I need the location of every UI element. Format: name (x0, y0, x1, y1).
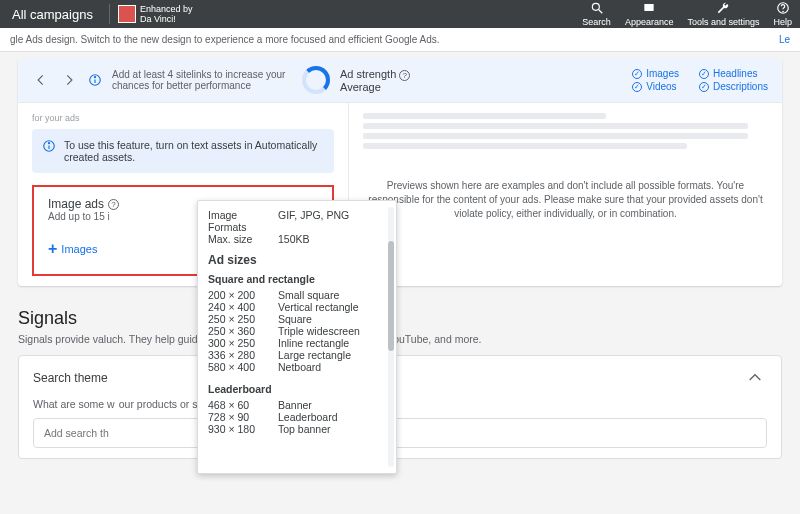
check-headlines: ✓Headlines (699, 68, 768, 79)
check-images: ✓Images (632, 68, 679, 79)
ad-strength-donut (302, 66, 330, 94)
size-row: 728 × 90Leaderboard (208, 411, 386, 423)
chevron-left-icon (34, 73, 48, 87)
ad-strength-row: Add at least 4 sitelinks to increase you… (18, 58, 782, 102)
banner-link[interactable]: Le (779, 34, 790, 45)
search-themes-input[interactable] (33, 418, 767, 448)
size-dim: 930 × 180 (208, 423, 278, 435)
help-icon[interactable]: ? (108, 199, 119, 210)
formats-value: GIF, JPG, PNG (278, 209, 386, 233)
size-row: 300 × 250Inline rectangle (208, 337, 386, 349)
strength-checks: ✓Images ✓Headlines ✓Videos ✓Descriptions (632, 68, 768, 92)
size-name: Leaderboard (278, 411, 386, 423)
top-bar: All campaigns Enhanced by Da Vinci! Sear… (0, 0, 800, 28)
appearance-icon (642, 1, 656, 15)
size-row: 200 × 200Small square (208, 289, 386, 301)
size-row: 468 × 60Banner (208, 399, 386, 411)
size-dim: 240 × 400 (208, 301, 278, 313)
size-row: 250 × 360Triple widescreen (208, 325, 386, 337)
size-name: Large rectangle (278, 349, 386, 361)
tools-button[interactable]: Tools and settings (687, 1, 759, 27)
search-themes-label: Search theme (33, 371, 108, 385)
size-dim: 250 × 250 (208, 313, 278, 325)
maxsize-label: Max. size (208, 233, 278, 245)
section-leaderboard: Leaderboard (208, 383, 386, 395)
ad-strength-label: Ad strength ? Average (340, 68, 410, 93)
svg-line-1 (598, 10, 602, 14)
size-row: 336 × 280Large rectangle (208, 349, 386, 361)
svg-point-10 (48, 143, 49, 144)
next-tip-button[interactable] (60, 71, 78, 89)
image-ads-title: Image ads ? (48, 197, 119, 211)
ad-editor-card: Add at least 4 sitelinks to increase you… (18, 58, 782, 286)
adsizes-heading: Ad sizes (208, 253, 386, 267)
info-icon (42, 139, 56, 153)
search-themes-question: What are some wour products or services?… (33, 398, 767, 410)
size-name: Triple widescreen (278, 325, 386, 337)
signals-subtitle: Signals provide valuch. They help guide … (18, 333, 782, 345)
avatar (118, 5, 136, 23)
size-row: 930 × 180Top banner (208, 423, 386, 435)
chevron-right-icon (62, 73, 76, 87)
enhanced-line1: Enhanced by (140, 4, 193, 14)
image-ads-subtitle: Add up to 15 i (48, 211, 119, 222)
section-square: Square and rectangle (208, 273, 386, 285)
preview-skeleton (363, 113, 768, 149)
formats-label: Image Formats (208, 209, 278, 233)
help-icon[interactable]: ? (399, 70, 410, 81)
size-name: Banner (278, 399, 386, 411)
help-button[interactable]: Help (773, 1, 792, 27)
collapse-themes-button[interactable] (743, 366, 767, 390)
size-name: Inline rectangle (278, 337, 386, 349)
new-design-banner: gle Ads design. Switch to the new design… (0, 28, 800, 52)
svg-point-0 (592, 3, 599, 10)
truncated-text: for your ads (32, 113, 334, 123)
size-row: 580 × 400Netboard (208, 361, 386, 373)
svg-point-4 (782, 11, 783, 12)
size-dim: 580 × 400 (208, 361, 278, 373)
size-dim: 250 × 360 (208, 325, 278, 337)
prev-tip-button[interactable] (32, 71, 50, 89)
help-icon (776, 1, 790, 15)
size-dim: 300 × 250 (208, 337, 278, 349)
check-videos: ✓Videos (632, 81, 679, 92)
size-dim: 200 × 200 (208, 289, 278, 301)
auto-assets-text: To use this feature, turn on text assets… (64, 139, 324, 163)
check-descriptions: ✓Descriptions (699, 81, 768, 92)
tooltip-scrollbar-thumb[interactable] (388, 241, 394, 351)
ad-sizes-tooltip: Image FormatsGIF, JPG, PNG Max. size150K… (197, 200, 397, 474)
size-name: Netboard (278, 361, 386, 373)
chevron-up-icon (747, 370, 763, 386)
info-icon (88, 73, 102, 87)
size-dim: 468 × 60 (208, 399, 278, 411)
auto-assets-info: To use this feature, turn on text assets… (32, 129, 334, 173)
signals-section: Signals Signals provide valuch. They hel… (18, 308, 782, 459)
signals-heading: Signals (18, 308, 782, 329)
strength-tip: Add at least 4 sitelinks to increase you… (112, 69, 292, 91)
svg-rect-2 (644, 4, 653, 11)
search-button[interactable]: Search (582, 1, 611, 27)
size-row: 240 × 400Vertical rectangle (208, 301, 386, 313)
enhanced-line2: Da Vinci! (140, 14, 193, 24)
size-name: Vertical rectangle (278, 301, 386, 313)
size-row: 250 × 250Square (208, 313, 386, 325)
size-name: Top banner (278, 423, 386, 435)
plus-icon: + (48, 240, 57, 258)
maxsize-value: 150KB (278, 233, 386, 245)
preview-disclaimer: Previews shown here are examples and don… (363, 179, 768, 221)
enhanced-badge: Enhanced by Da Vinci! (109, 4, 193, 24)
size-name: Square (278, 313, 386, 325)
search-themes-card: Search theme What are some wour products… (18, 355, 782, 459)
page-title: All campaigns (12, 7, 93, 22)
size-dim: 728 × 90 (208, 411, 278, 423)
size-dim: 336 × 280 (208, 349, 278, 361)
svg-point-7 (94, 77, 95, 78)
appearance-button[interactable]: Appearance (625, 1, 674, 27)
size-name: Small square (278, 289, 386, 301)
wrench-icon (716, 1, 730, 15)
banner-text: gle Ads design. Switch to the new design… (10, 34, 440, 45)
search-icon (590, 1, 604, 15)
